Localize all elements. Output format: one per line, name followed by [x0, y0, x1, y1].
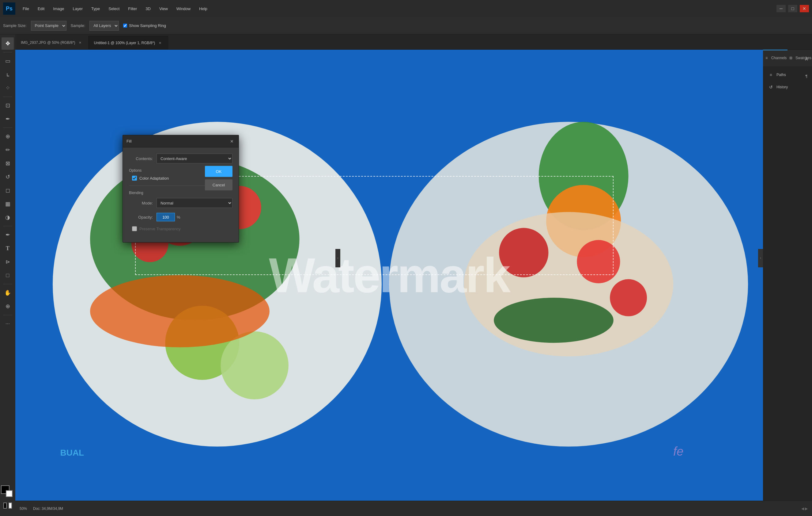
opacity-input[interactable] [156, 213, 175, 221]
opacity-row: Opacity: % [129, 213, 232, 221]
window-controls: ─ □ ✕ [777, 5, 809, 12]
status-bar: 50% Doc: 34,9M/34,9M ◀ ▶ [15, 501, 812, 516]
mode-row: Mode: Normal Dissolve Darken Multiply Li… [129, 198, 232, 208]
dodge-tool[interactable]: ◑ [2, 211, 14, 223]
opacity-unit: % [177, 215, 180, 219]
more-tools[interactable]: ⋯ [2, 318, 14, 330]
svg-text:fe: fe [673, 444, 683, 458]
preserve-transparency-row: Preserve Transparency [132, 226, 232, 231]
background-color[interactable] [6, 490, 12, 497]
menu-help[interactable]: Help [195, 0, 212, 17]
show-sampling-ring-checkbox[interactable] [123, 24, 127, 28]
eraser-tool[interactable]: ◻ [2, 184, 14, 196]
paragraph-tool-right[interactable]: ¶ [802, 72, 811, 80]
channels-tab-label: Channels [771, 56, 787, 60]
history-brush-tool[interactable]: ↺ [2, 171, 14, 183]
sample-label: Sample: [71, 23, 85, 28]
sample-size-select[interactable]: Point Sample [31, 21, 66, 31]
history-item[interactable]: ↺ History [765, 81, 810, 93]
paths-label: Paths [777, 73, 786, 77]
zoom-level: 50% [20, 507, 27, 511]
canvas-image: BUAL fe Watermark [15, 50, 763, 501]
ok-button[interactable]: OK [205, 166, 232, 177]
type-tool[interactable]: T [2, 242, 14, 254]
channels-panel-tab[interactable]: ≡ Channels [763, 50, 787, 66]
color-adaptation-checkbox[interactable] [132, 176, 137, 181]
screen-mode-toggle[interactable] [8, 503, 12, 509]
contents-row: Contents: Content-Aware Foreground Color… [129, 154, 232, 163]
heal-tool[interactable]: ⊕ [2, 130, 14, 142]
ps-logo: Ps [3, 2, 15, 15]
svg-point-16 [494, 298, 613, 343]
path-select-tool[interactable]: ⊳ [2, 256, 14, 268]
fill-dialog-buttons: OK Cancel [205, 166, 232, 190]
type-tool-right[interactable]: A [802, 55, 811, 63]
options-bar: Sample Size: Point Sample Sample: All La… [0, 17, 812, 34]
close-button[interactable]: ✕ [800, 5, 809, 12]
quick-select-tool[interactable]: ⁘ [2, 82, 14, 94]
left-panel-collapse[interactable]: ‹ [336, 249, 340, 267]
opacity-label: Opacity: [129, 215, 156, 219]
color-swatches-area [1, 485, 14, 510]
menu-edit[interactable]: Edit [33, 0, 49, 17]
contents-select[interactable]: Content-Aware Foreground Color Backgroun… [156, 154, 232, 163]
fill-dialog-header[interactable]: Fill ✕ [123, 135, 239, 147]
nav-arrows[interactable]: ◀ ▶ [801, 507, 808, 511]
svg-point-15 [610, 279, 647, 317]
fill-dialog-title: Fill [126, 139, 132, 143]
hand-tool[interactable]: ✋ [2, 287, 14, 299]
menu-select[interactable]: Select [104, 0, 124, 17]
menu-3d[interactable]: 3D [141, 0, 155, 17]
menu-type[interactable]: Type [87, 0, 104, 17]
menu-layer[interactable]: Layer [68, 0, 87, 17]
mode-label: Mode: [129, 201, 156, 206]
preserve-transparency-checkbox [132, 226, 137, 231]
tab-img2937-close[interactable]: ✕ [78, 40, 83, 45]
mode-select[interactable]: Normal Dissolve Darken Multiply Lighten … [156, 198, 232, 208]
menu-window[interactable]: Window [172, 0, 195, 17]
foreground-background-colors[interactable] [1, 485, 14, 499]
menu-image[interactable]: Image [49, 0, 68, 17]
minimize-button[interactable]: ─ [777, 5, 786, 12]
canvas-area: BUAL fe Watermark [15, 50, 763, 501]
marquee-tool[interactable]: ▭ [2, 55, 14, 67]
menu-filter[interactable]: Filter [124, 0, 141, 17]
move-tool[interactable]: ✥ [2, 37, 14, 50]
brush-tool[interactable]: ✏ [2, 144, 14, 156]
pen-tool[interactable]: ✒ [2, 229, 14, 241]
lasso-tool[interactable]: ʟ [2, 69, 14, 81]
title-bar: Ps File Edit Image Layer Type Select Fil… [0, 0, 812, 17]
doc-info: Doc: 34,9M/34,9M [33, 507, 63, 511]
right-panel-collapse[interactable]: › [758, 249, 763, 267]
stamp-tool[interactable]: ⊠ [2, 157, 14, 169]
svg-point-9 [90, 275, 269, 347]
color-adaptation-label[interactable]: Color Adaptation [139, 176, 169, 181]
history-icon: ↺ [768, 84, 774, 90]
left-toolbar: ✥ ▭ ʟ ⁘ ⊡ ✒ ⊕ ✏ ⊠ ↺ ◻ ▦ ◑ ✒ T ⊳ □ ✋ ⊕ ⋯ [0, 34, 15, 516]
maximize-button[interactable]: □ [788, 5, 797, 12]
tab-untitled1[interactable]: Untitled-1 @ 100% (Layer 1, RGB/8*) ✕ [89, 36, 169, 49]
panel-section: ⌗ Paths ↺ History [763, 66, 812, 516]
quick-mask-toggle[interactable] [3, 503, 7, 509]
preserve-transparency-label: Preserve Transparency [139, 226, 180, 231]
tab-untitled1-close[interactable]: ✕ [157, 40, 162, 45]
menu-file[interactable]: File [19, 0, 33, 17]
swatches-icon: ⊞ [788, 55, 793, 61]
zoom-tool[interactable]: ⊕ [2, 300, 14, 313]
cancel-button[interactable]: Cancel [205, 179, 232, 190]
menu-view[interactable]: View [155, 0, 172, 17]
sample-select[interactable]: All Layers [89, 21, 119, 31]
gradient-tool[interactable]: ▦ [2, 198, 14, 210]
blending-section-label: Blending [129, 191, 232, 195]
crop-tool[interactable]: ⊡ [2, 99, 14, 112]
history-label: History [777, 85, 788, 89]
eyedropper-tool[interactable]: ✒ [2, 113, 14, 125]
tab-img2937[interactable]: IMG_2937.JPG @ 50% (RGB/8*) ✕ [15, 36, 89, 49]
tab-bar: IMG_2937.JPG @ 50% (RGB/8*) ✕ Untitled-1… [15, 34, 812, 50]
show-sampling-ring-label[interactable]: Show Sampling Ring [123, 23, 166, 28]
tab-untitled1-label: Untitled-1 @ 100% (Layer 1, RGB/8*) [94, 41, 155, 45]
svg-text:BUAL: BUAL [60, 448, 84, 457]
shape-tool[interactable]: □ [2, 269, 14, 281]
tab-img2937-label: IMG_2937.JPG @ 50% (RGB/8*) [21, 40, 75, 45]
fill-dialog-close-button[interactable]: ✕ [229, 138, 235, 144]
